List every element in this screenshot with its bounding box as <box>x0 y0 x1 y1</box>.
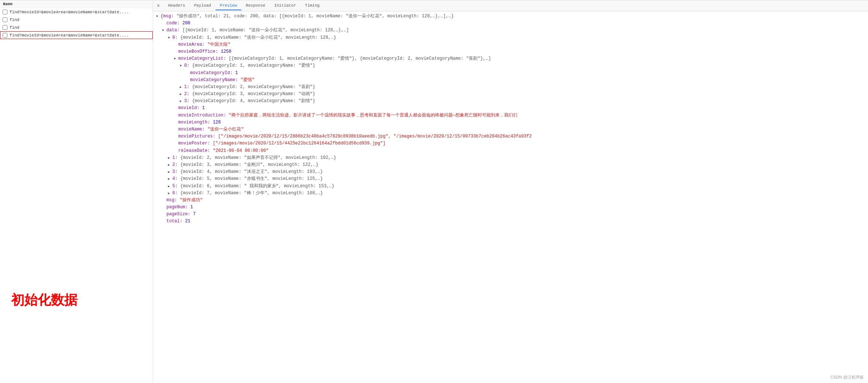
json-arrow[interactable] <box>168 175 172 182</box>
json-line: movieArea: "中国大陆" <box>156 41 865 48</box>
request-checkbox[interactable] <box>3 33 7 38</box>
json-key: {msg: <box>161 13 176 20</box>
json-key: 3: <box>184 98 192 105</box>
json-line: movieName: "送你一朵小红花" <box>156 126 865 133</box>
json-value-collapsed: {movieId: 3, movieName: "金刚川", movieLeng… <box>180 161 318 168</box>
watermark-text: 初始化数据 <box>11 291 78 309</box>
json-key: movieLength: <box>178 119 213 126</box>
json-key: 3: <box>172 168 180 175</box>
json-value-collapsed: {movieCategoryId: 3, movieCategoryName: … <box>192 91 316 98</box>
request-item-name: find <box>10 25 19 30</box>
json-value: 21 <box>185 218 190 225</box>
json-key: 4: <box>172 175 180 182</box>
json-line: 4: {movieId: 5, movieName: "赤狐书生", movie… <box>156 175 865 182</box>
request-item[interactable]: find <box>0 16 153 24</box>
json-value-collapsed: {movieCategoryId: 1, movieCategoryName: … <box>192 62 316 69</box>
json-value: "中国大陆" <box>207 41 230 48</box>
request-item-name: find?movieId=&movieArea=&movieName=&star… <box>10 33 129 38</box>
request-item[interactable]: find?movieId=&movieArea=&movieName=&star… <box>0 8 153 16</box>
request-checkbox[interactable] <box>3 10 7 14</box>
request-item-name: find?movieId=&movieArea=&movieName=&star… <box>10 10 129 14</box>
json-key: movieId: <box>178 105 202 112</box>
json-value: ["/images/movie/2020/12/15/2886b23c40ba4… <box>218 133 532 140</box>
json-line: movieCategoryList: [{movieCategoryId: 1,… <box>156 55 865 62</box>
json-value: 7 <box>193 211 196 218</box>
json-arrow[interactable] <box>168 190 172 197</box>
request-item-name: find <box>10 18 19 22</box>
tab-timing[interactable]: Timing <box>300 1 324 10</box>
json-key: data: <box>166 27 182 34</box>
json-key: moviePictures: <box>178 133 218 140</box>
json-key: 6: <box>172 190 180 197</box>
json-arrow[interactable] <box>180 84 184 91</box>
tab-payload[interactable]: Payload <box>190 1 216 10</box>
json-line: moviePictures: ["/images/movie/2020/12/1… <box>156 133 865 140</box>
json-key: 2: <box>172 161 180 168</box>
request-item[interactable]: find <box>0 24 153 31</box>
json-key: pageSize: <box>166 211 193 218</box>
tab-close-button[interactable]: × <box>155 1 162 10</box>
json-arrow[interactable] <box>168 183 172 190</box>
left-panel-header: Name <box>0 0 153 8</box>
json-arrow[interactable] <box>162 27 166 34</box>
tab-response[interactable]: Response <box>241 1 270 10</box>
json-line: 0: {movieCategoryId: 1, movieCategoryNam… <box>156 62 865 69</box>
json-value-collapsed: {movieId: 2, movieName: "如果声音不记得", movie… <box>180 154 336 161</box>
json-value: 200 <box>182 20 190 27</box>
json-key: movieName: <box>178 126 207 133</box>
json-line: 6: {movieId: 7, movieName: "棒！少年", movie… <box>156 190 865 197</box>
json-arrow[interactable] <box>180 62 184 69</box>
json-value-collapsed: [{movieCategoryId: 1, movieCategoryName:… <box>229 55 491 62</box>
json-line: movieCategoryId: 1 <box>156 70 865 77</box>
right-panel: × HeadersPayloadPreviewResponseInitiator… <box>153 0 868 383</box>
request-checkbox[interactable] <box>3 17 7 22</box>
json-key: movieCategoryName: <box>190 77 241 84</box>
json-value: "2021-06-04 00:00:00" <box>213 147 269 154</box>
json-value: ["/images/movie/2020/12/15/4425e22bc1264… <box>213 140 386 147</box>
json-arrow[interactable] <box>180 98 184 105</box>
json-arrow[interactable] <box>168 34 172 41</box>
tab-preview[interactable]: Preview <box>216 1 241 10</box>
json-line: movieLength: 128 <box>156 119 865 126</box>
request-checkbox[interactable] <box>3 25 7 30</box>
json-line: pageNum: 1 <box>156 204 865 211</box>
json-value-collapsed: {movieId: 1, movieName: "送你一朵小红花", movie… <box>180 34 336 41</box>
json-key: 2: <box>184 91 192 98</box>
json-value-collapsed: {movieId: 4, movieName: "沐浴之王", movieLen… <box>180 168 323 175</box>
json-line: movieId: 1 <box>156 105 865 112</box>
json-key: pageNum: <box>166 204 190 211</box>
tab-headers[interactable]: Headers <box>163 1 189 10</box>
json-arrow[interactable] <box>168 154 172 161</box>
json-arrow[interactable] <box>168 168 172 175</box>
request-item[interactable]: find?movieId=&movieArea=&movieName=&star… <box>0 31 153 39</box>
preview-content: {msg: "操作成功", total: 21, code: 200, data… <box>153 11 868 383</box>
json-key: movieCategoryList: <box>178 55 229 62</box>
json-line: moviePoster: ["/images/movie/2020/12/15/… <box>156 140 865 147</box>
json-line: msg: "操作成功" <box>156 197 865 204</box>
json-arrow[interactable] <box>174 55 178 62</box>
json-value-collapsed: {movieId: 5, movieName: "赤狐书生", movieLen… <box>180 175 323 182</box>
json-line: movieCategoryName: "爱情" <box>156 77 865 84</box>
json-value: 1258 <box>221 48 231 55</box>
json-value: 128 <box>213 119 221 126</box>
json-line: releaseDate: "2021-06-04 00:00:00" <box>156 147 865 154</box>
json-key: moviePoster: <box>178 140 213 147</box>
json-line: 3: {movieId: 4, movieName: "沐浴之王", movie… <box>156 168 865 175</box>
tabs-bar: × HeadersPayloadPreviewResponseInitiator… <box>153 0 868 11</box>
json-value-collapsed: {movieId: 6, movieName: " 我和我的家乡", movie… <box>180 183 335 190</box>
json-line: pageSize: 7 <box>156 211 865 218</box>
json-line: 1: {movieCategoryId: 2, movieCategoryNam… <box>156 84 865 91</box>
json-key: 5: <box>172 183 180 190</box>
json-arrow[interactable] <box>168 161 172 168</box>
json-value: "两个抗癌家庭，两组生活轨迹。影片讲述了一个温情的现实故事，思考和直面了每一个普… <box>229 112 517 119</box>
json-line: data: [{movieId: 1, movieName: "送你一朵小红花"… <box>156 27 865 34</box>
json-arrow[interactable] <box>180 91 184 98</box>
json-arrow[interactable] <box>156 13 161 20</box>
json-line: movieBoxOffice: 1258 <box>156 48 865 55</box>
json-line: 0: {movieId: 1, movieName: "送你一朵小红花", mo… <box>156 34 865 41</box>
tab-initiator[interactable]: Initiator <box>270 1 300 10</box>
json-key: msg: <box>166 197 180 204</box>
json-line: total: 21 <box>156 218 865 225</box>
json-line: {msg: "操作成功", total: 21, code: 200, data… <box>156 13 865 20</box>
json-key: movieIntroduction: <box>178 112 229 119</box>
